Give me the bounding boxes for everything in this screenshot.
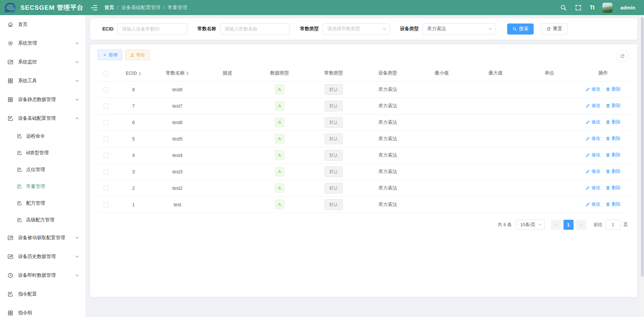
chevron-down-icon — [382, 27, 386, 31]
sidebar-subitem-5-5[interactable]: 高级配方管理 — [0, 212, 85, 228]
search-icon[interactable] — [560, 4, 567, 11]
avatar[interactable] — [602, 3, 612, 13]
prev-page-button[interactable]: ‹ — [551, 220, 561, 230]
sidebar-subitem-5-1[interactable]: id类型管理 — [0, 145, 85, 161]
scrollbar[interactable] — [641, 15, 644, 317]
font-size-icon[interactable]: Tt — [590, 4, 594, 11]
const-type-button[interactable]: 默认 — [325, 150, 343, 161]
sidebar-item-5[interactable]: 设备基础配置管理 — [0, 109, 85, 128]
device-type-label: 设备类型 — [400, 26, 419, 32]
delete-link[interactable]: 删除 — [606, 136, 621, 142]
edit-link[interactable]: 修改 — [586, 103, 600, 109]
main-content: ECID 常数名称 常数类型 请选择常数类型 设备类型 库力索法 搜索 — [86, 13, 644, 297]
sidebar-item-9[interactable]: 指令配置 — [0, 285, 85, 304]
delete-link[interactable]: 删除 — [606, 119, 621, 125]
cell-device-type: 库力索法 — [361, 180, 415, 196]
edit-link[interactable]: 修改 — [586, 185, 600, 191]
cell-name: test8 — [152, 81, 202, 98]
search-button[interactable]: 搜索 — [507, 23, 534, 35]
sort-icon[interactable] — [186, 71, 189, 75]
page-size-value: 10条/页 — [520, 222, 536, 228]
device-type-select[interactable]: 库力索法 — [423, 23, 496, 35]
breadcrumb-separator: / — [117, 5, 118, 10]
sidebar-item-1[interactable]: 系统管理 — [0, 34, 85, 53]
refresh-table-button[interactable] — [616, 50, 629, 62]
sidebar-subitem-5-0[interactable]: 远程命令 — [0, 128, 85, 145]
scrollbar-thumb[interactable] — [641, 17, 644, 277]
sidebar-item-2[interactable]: 系统监控 — [0, 53, 85, 71]
sidebar-item-7[interactable]: 设备历史数据管理 — [0, 247, 85, 266]
const-type-button[interactable]: 默认 — [325, 84, 343, 95]
sort-icon[interactable] — [139, 72, 141, 76]
select-all-checkbox[interactable] — [104, 71, 109, 76]
delete-link[interactable]: 删除 — [606, 185, 621, 191]
sidebar-item-label: 设备静态数据管理 — [18, 97, 56, 103]
cell-desc — [203, 180, 253, 196]
sidebar-item-8[interactable]: 设备即时数据管理 — [0, 266, 85, 285]
export-button[interactable]: 导出 — [125, 50, 150, 60]
sidebar-collapse-icon[interactable] — [90, 4, 98, 11]
const-type-button[interactable]: 默认 — [325, 101, 343, 111]
sidebar-item-0[interactable]: 首页 — [0, 15, 85, 34]
const-type-button[interactable]: 默认 — [325, 199, 343, 210]
row-checkbox[interactable] — [104, 137, 109, 142]
export-button-label: 导出 — [136, 52, 145, 58]
logo[interactable]: RUIYU SECSGEM 管理平台 — [0, 2, 86, 13]
delete-link[interactable]: 删除 — [606, 201, 621, 207]
delete-link[interactable]: 删除 — [606, 152, 621, 158]
delete-link[interactable]: 删除 — [606, 168, 621, 174]
column-label: 设备类型 — [378, 70, 397, 75]
column-label: 操作 — [598, 70, 608, 75]
device-type-value: 库力索法 — [427, 26, 446, 32]
cell-device-type: 库力索法 — [361, 114, 415, 130]
sidebar-subitem-5-3[interactable]: 常量管理 — [0, 178, 85, 195]
sidebar-subitem-5-4[interactable]: 配方管理 — [0, 195, 85, 212]
edit-link[interactable]: 修改 — [586, 86, 600, 92]
fullscreen-icon[interactable] — [575, 4, 582, 11]
edit-link[interactable]: 修改 — [586, 201, 600, 207]
row-checkbox[interactable] — [104, 120, 109, 125]
add-button[interactable]: ＋ 新增 — [98, 50, 122, 60]
row-checkbox[interactable] — [104, 153, 109, 158]
sidebar-item-4[interactable]: 设备静态数据管理 — [0, 90, 85, 109]
cell-desc — [203, 163, 253, 180]
row-checkbox[interactable] — [104, 169, 109, 174]
delete-link[interactable]: 删除 — [606, 103, 621, 109]
row-checkbox[interactable] — [104, 104, 109, 109]
edit-link[interactable]: 修改 — [586, 119, 600, 125]
row-checkbox[interactable] — [104, 202, 109, 207]
sidebar-item-3[interactable]: 系统工具 — [0, 71, 85, 90]
const-type-button[interactable]: 默认 — [325, 166, 343, 177]
ecid-input[interactable] — [117, 23, 187, 35]
next-page-button[interactable]: › — [576, 220, 586, 230]
const-type-select[interactable]: 请选择常数类型 — [323, 23, 390, 35]
username[interactable]: admin — [621, 5, 635, 10]
page-1-button[interactable]: 1 — [564, 220, 574, 230]
sidebar-subitem-5-2[interactable]: 点位管理 — [0, 161, 85, 178]
page-size-select[interactable]: 10条/页 — [516, 220, 545, 230]
delete-link[interactable]: 删除 — [606, 86, 621, 92]
reset-button[interactable]: 重置 — [541, 23, 568, 35]
const-type-button[interactable]: 默认 — [325, 183, 343, 194]
const-name-input[interactable] — [220, 23, 290, 35]
edit-link[interactable]: 修改 — [586, 152, 600, 158]
sidebar-item-label: 设备被动获取配置管理 — [18, 235, 65, 241]
row-checkbox[interactable] — [104, 87, 109, 92]
edit-link[interactable]: 修改 — [586, 168, 600, 174]
const-type-button[interactable]: 默认 — [325, 134, 343, 144]
grid-icon — [7, 310, 13, 316]
edit-link[interactable]: 修改 — [586, 136, 600, 142]
cell-device-type: 库力索法 — [361, 196, 415, 213]
sidebar-item-10[interactable]: 指令组 — [0, 304, 85, 317]
sidebar-subitem-label: 点位管理 — [26, 167, 45, 173]
breadcrumb-home[interactable]: 首页 — [104, 4, 114, 11]
data-type-badge: A — [275, 167, 284, 176]
const-type-button[interactable]: 默认 — [325, 117, 343, 128]
table-row: 5test5A默认库力索法修改删除 — [98, 130, 630, 147]
goto-page-input[interactable] — [605, 220, 621, 230]
column-header-0[interactable]: ECID — [114, 65, 152, 81]
column-header-1[interactable]: 常数名称 — [152, 65, 202, 81]
sidebar-item-6[interactable]: 设备被动获取配置管理 — [0, 228, 85, 247]
cell-min — [415, 147, 469, 163]
row-checkbox[interactable] — [104, 186, 109, 191]
